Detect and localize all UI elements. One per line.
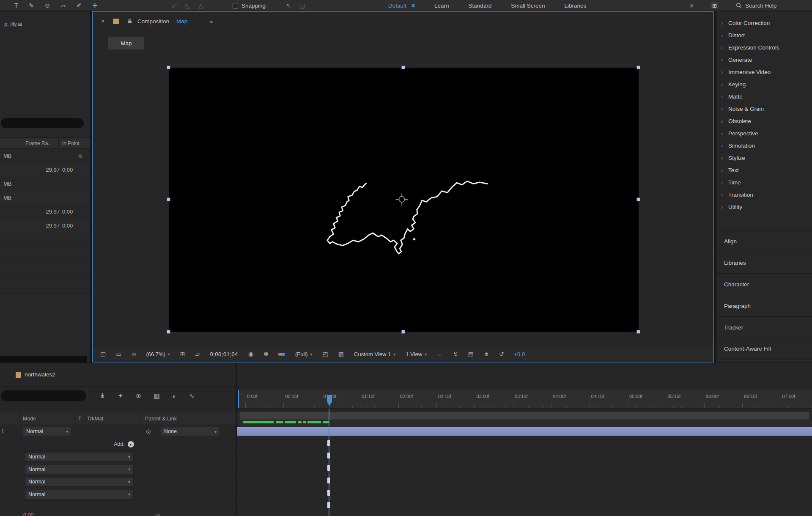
effects-category-generate[interactable]: ›Generate [716,54,812,66]
panel-tab-tracker[interactable]: Tracker [716,316,812,338]
workspace-tab-default[interactable]: Default [388,3,406,9]
roto-brush-tool-icon[interactable]: ✐ [77,2,82,9]
puppet-pin-tool-icon[interactable]: ✛ [93,2,98,9]
timeline-button-icon[interactable]: ▤ [468,351,474,357]
selection-handle[interactable] [167,66,170,69]
effects-category-immersive-video[interactable]: ›Immersive Video [716,66,812,78]
view-count-dropdown[interactable]: 1 View▾ [406,351,427,357]
draft-3d-icon[interactable]: ⊕ [136,392,141,400]
comp-mini-flowchart-icon[interactable]: ⋔ [100,392,105,400]
selection-handle[interactable] [401,330,405,334]
display-icon[interactable]: ▭ [116,351,121,357]
column-in-point[interactable]: In Point [62,140,80,146]
region-grid-icon[interactable]: ◱ [299,2,305,9]
effects-category-expression-controls[interactable]: ›Expression Controls [716,41,812,54]
effects-category-text[interactable]: ›Text [716,164,812,176]
effects-category-perspective[interactable]: ›Perspective [716,127,812,140]
add-property-button[interactable]: ▸ [128,441,134,447]
project-row[interactable]: MB [0,191,90,205]
workspace-overflow-icon[interactable]: » [690,2,694,8]
panel-tab-align[interactable]: Align [716,230,812,252]
selection-handle[interactable] [636,66,640,69]
column-mode[interactable]: Mode [23,416,36,422]
effects-category-distort[interactable]: ›Distort [716,29,812,41]
layer-row[interactable]: 1 Normal ▾ ◎ None ▾ [0,425,236,438]
type-tool-icon[interactable]: T [14,2,18,9]
snapping-control[interactable]: Snapping [233,0,266,11]
project-row[interactable]: MB⋔ [0,149,90,163]
effects-category-simulation[interactable]: ›Simulation [716,140,812,152]
snap-cursor-icon[interactable]: ↖ [286,2,291,9]
pickwhip-icon[interactable]: ◎ [155,512,160,516]
column-parent-link[interactable]: Parent & Link [145,416,177,422]
effects-category-time[interactable]: ›Time [716,176,812,189]
pixel-aspect-icon[interactable]: ↔ [437,351,443,357]
graph-editor-icon[interactable]: ∿ [189,392,195,400]
panel-tab-libraries[interactable]: Libraries [716,252,812,273]
project-search-field[interactable] [1,118,84,128]
playhead-marker[interactable] [327,395,332,406]
effects-category-stylize[interactable]: ›Stylize [716,152,812,164]
stereo-view-icon[interactable]: ∞ [132,351,136,357]
parent-link-dropdown[interactable]: None ▾ [161,427,220,436]
workspace-tab-standard[interactable]: Standard [468,3,491,9]
comp-navigator-tab[interactable]: Map [108,37,144,49]
timeline-search-field[interactable] [1,390,86,401]
transparency-grid-icon[interactable]: ▨ [338,351,344,357]
work-area-bar[interactable] [237,412,812,420]
snapping-checkbox[interactable] [233,3,238,8]
panel-menu-icon[interactable]: ≡ [209,17,213,25]
active-comp-name[interactable]: Map [176,18,187,25]
effects-category-utility[interactable]: ›Utility [716,201,812,213]
eraser-tool-icon[interactable]: ▱ [61,2,66,9]
selection-handle[interactable] [636,330,640,334]
workspace-tab-small-screen[interactable]: Small Screen [511,3,545,9]
effects-category-transition[interactable]: ›Transition [716,189,812,201]
effects-category-noise-grain[interactable]: ›Noise & Grain [716,103,812,115]
blend-mode-dropdown[interactable]: Normal▾ [25,477,134,486]
preview-monitors-icon[interactable]: ◫ [100,351,106,357]
timeline-source-name[interactable]: northwales2 [25,371,55,378]
project-footer-field[interactable] [0,356,87,362]
layer-color-swatch[interactable] [16,372,21,378]
snapshot-camera-icon[interactable]: ◉ [248,351,253,357]
column-t[interactable]: T [78,416,82,422]
motion-blur-icon[interactable]: ◐ [173,392,176,400]
panel-title[interactable]: Composition [137,18,169,25]
selection-handle[interactable] [167,198,170,201]
live-update-icon[interactable]: ✦ [118,392,123,400]
composition-viewport[interactable] [169,68,639,332]
flag-tool-icon[interactable]: △ [199,2,203,9]
flowchart-button-icon[interactable]: ⋔ [484,351,489,357]
apps-grid-icon[interactable]: ⊞ [710,2,719,9]
project-row[interactable]: MB [0,177,90,191]
workspace-tab-libraries[interactable]: Libraries [565,3,587,9]
column-frame-rate[interactable]: Frame Ra.. [25,140,51,146]
project-row[interactable]: 29.970;00 [0,163,90,177]
fast-previews-icon[interactable]: ↯ [453,351,458,357]
clone-stamp-tool-icon[interactable]: ⊙ [45,2,50,9]
project-row[interactable]: 29.970;00 [0,205,90,219]
blend-mode-dropdown[interactable]: Normal▾ [25,452,134,461]
workspace-menu-icon[interactable]: ≡ [411,2,415,9]
region-of-interest-icon[interactable]: ◰ [323,351,328,357]
effects-category-color-correction[interactable]: ›Color Correction [716,17,812,29]
column-trkmat[interactable]: TrkMat [87,416,103,422]
angle-tool-icon[interactable]: ◺ [186,2,190,9]
anchor-point-icon[interactable] [396,193,408,206]
blend-mode-dropdown[interactable]: Normal▾ [25,465,134,474]
brush-tool-icon[interactable]: ✎ [29,2,34,9]
show-channel-icon[interactable] [279,353,285,356]
show-snapshot-icon[interactable]: ✽ [263,351,269,357]
playhead-line[interactable] [329,409,329,516]
effects-category-keying[interactable]: ›Keying [716,78,812,91]
project-row[interactable]: 29.970;00 [0,219,90,233]
mask-roi-icon[interactable]: ▱ [195,351,200,357]
search-help[interactable]: Search Help [736,0,776,11]
layer-blend-mode-dropdown[interactable]: Normal ▾ [23,427,71,436]
timeline-ruler[interactable]: 0:00f00:15f01:00f01:15f02:00f02:15f03:00… [237,390,812,409]
parent-pickwhip-icon[interactable]: ◎ [146,428,151,434]
grid-guides-icon[interactable]: ⊞ [180,351,185,357]
lock-icon[interactable] [127,18,132,24]
frame-blending-icon[interactable]: ▦ [154,392,160,400]
